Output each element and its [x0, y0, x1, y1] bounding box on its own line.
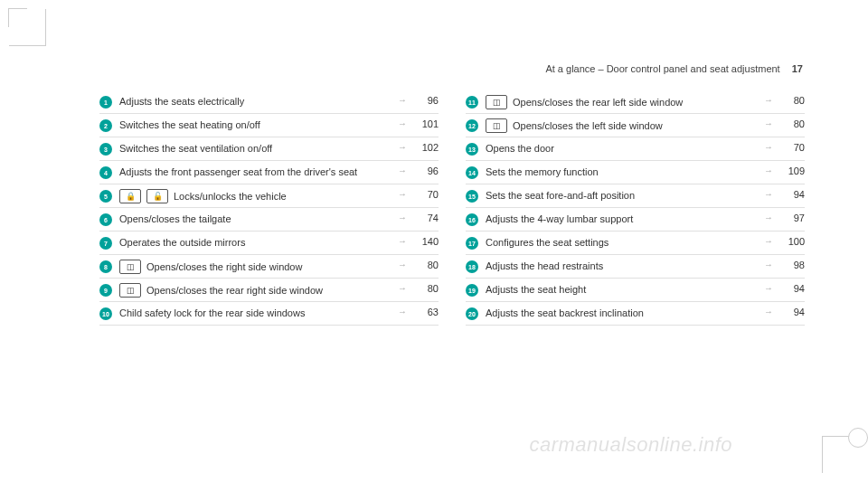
item-description: Operates the outside mirrors	[119, 236, 393, 250]
item-marker: 12	[466, 119, 478, 132]
item-description: Opens/closes the tailgate	[119, 213, 393, 226]
page-reference: 70	[778, 142, 805, 153]
page-reference: 94	[778, 283, 805, 294]
page-reference: 97	[778, 213, 805, 223]
list-item: 18Adjusts the head restraints→98	[466, 255, 805, 279]
page-reference: 80	[778, 95, 805, 106]
item-description: ◫Opens/closes the right side window	[119, 260, 393, 274]
list-item: 16Adjusts the 4-way lumbar support→97	[466, 208, 805, 232]
page-reference: 70	[411, 189, 439, 200]
item-text: Adjusts the seat backrest inclination	[486, 307, 644, 320]
item-description: Adjusts the front passenger seat from th…	[119, 165, 393, 179]
list-item: 4Adjusts the front passenger seat from t…	[99, 161, 439, 184]
list-item: 13Opens the door→70	[466, 137, 805, 161]
item-description: ◫Opens/closes the rear right side window	[119, 283, 393, 298]
list-item: 8◫Opens/closes the right side window→80	[99, 255, 439, 279]
page-reference: 98	[778, 260, 805, 270]
arrow-icon: →	[393, 189, 411, 199]
page-reference: 80	[411, 260, 439, 270]
item-description: Switches the seat heating on/off	[119, 118, 393, 132]
arrow-icon: →	[760, 142, 778, 152]
item-description: Opens the door	[486, 142, 760, 156]
page-reference: 94	[778, 307, 805, 317]
list-item: 3Switches the seat ventilation on/off→10…	[99, 137, 439, 161]
arrow-icon: →	[760, 260, 778, 269]
item-marker: 9	[99, 284, 112, 297]
page-reference: 140	[411, 236, 439, 247]
item-marker: 17	[466, 237, 478, 250]
item-marker: 1	[99, 96, 112, 109]
arrow-icon: →	[760, 213, 778, 222]
window-icon: ◫	[486, 118, 507, 133]
item-description: Adjusts the seats electrically	[119, 95, 393, 109]
item-text: Switches the seat heating on/off	[119, 118, 260, 132]
item-description: ◫Opens/closes the left side window	[486, 118, 760, 133]
arrow-icon: →	[393, 283, 411, 293]
item-marker: 2	[99, 119, 112, 132]
item-text: Child safety lock for the rear side wind…	[119, 307, 305, 320]
arrow-icon: →	[760, 236, 778, 246]
list-item: 7Operates the outside mirrors→140	[99, 232, 439, 255]
item-text: Opens/closes the tailgate	[119, 213, 231, 226]
page-reference: 96	[411, 165, 439, 176]
arrow-icon: →	[393, 213, 411, 222]
item-text: Switches the seat ventilation on/off	[119, 142, 272, 156]
item-marker: 10	[99, 307, 112, 320]
window-icon: ◫	[119, 260, 141, 274]
item-marker: 15	[466, 190, 478, 203]
page-header: At a glance – Door control panel and sea…	[99, 63, 805, 74]
two-column-layout: 1Adjusts the seats electrically→962Switc…	[99, 90, 805, 326]
page-reference: 94	[778, 189, 805, 200]
item-text: Operates the outside mirrors	[119, 236, 245, 250]
arrow-icon: →	[393, 142, 411, 152]
list-item: 9◫Opens/closes the rear right side windo…	[99, 279, 439, 302]
item-marker: 16	[466, 213, 478, 226]
arrow-icon: →	[760, 165, 778, 175]
item-text: Adjusts the seat height	[486, 283, 586, 297]
item-description: Adjusts the head restraints	[486, 260, 760, 273]
arrow-icon: →	[760, 283, 778, 293]
page-reference: 96	[411, 95, 439, 106]
arrow-icon: →	[760, 95, 778, 105]
item-marker: 5	[99, 190, 112, 203]
watermark: carmanualsonline.info	[529, 433, 732, 457]
item-marker: 20	[466, 307, 478, 320]
list-item: 19Adjusts the seat height→94	[466, 279, 805, 302]
item-description: Switches the seat ventilation on/off	[119, 142, 393, 156]
arrow-icon: →	[393, 260, 411, 269]
window-icon: ◫	[486, 95, 507, 109]
page-reference: 100	[778, 236, 805, 247]
item-text: Opens the door	[486, 142, 554, 156]
list-item: 6Opens/closes the tailgate→74	[99, 208, 439, 232]
item-marker: 13	[466, 143, 478, 156]
item-text: Sets the seat fore-and-aft position	[486, 189, 635, 203]
item-text: Adjusts the front passenger seat from th…	[119, 165, 357, 179]
item-marker: 11	[466, 96, 478, 109]
page-content: At a glance – Door control panel and sea…	[99, 63, 805, 326]
left-column: 1Adjusts the seats electrically→962Switc…	[99, 90, 439, 326]
item-text: Adjusts the 4-way lumbar support	[486, 213, 633, 226]
item-description: Configures the seat settings	[486, 236, 760, 250]
section-title: At a glance – Door control panel and sea…	[545, 63, 779, 74]
list-item: 2Switches the seat heating on/off→101	[99, 114, 439, 137]
item-description: Adjusts the seat backrest inclination	[486, 307, 760, 320]
arrow-icon: →	[760, 189, 778, 199]
crop-mark-bottom-right	[822, 436, 859, 473]
item-marker: 3	[99, 143, 112, 156]
lock-icon: 🔒	[119, 189, 141, 203]
arrow-icon: →	[393, 165, 411, 175]
list-item: 5🔒🔓Locks/unlocks the vehicle→70	[99, 184, 439, 208]
arrow-icon: →	[393, 95, 411, 105]
item-description: Sets the seat fore-and-aft position	[486, 189, 760, 203]
arrow-icon: →	[393, 118, 411, 128]
item-text: Opens/closes the rear left side window	[513, 96, 683, 109]
arrow-icon: →	[760, 307, 778, 317]
item-marker: 6	[99, 213, 112, 226]
item-marker: 18	[466, 260, 478, 273]
page-reference: 74	[411, 213, 439, 223]
item-text: Sets the memory function	[486, 165, 599, 179]
list-item: 17Configures the seat settings→100	[466, 232, 805, 255]
item-description: Adjusts the 4-way lumbar support	[486, 213, 760, 226]
window-icon: ◫	[119, 283, 141, 298]
item-text: Adjusts the head restraints	[486, 260, 603, 273]
